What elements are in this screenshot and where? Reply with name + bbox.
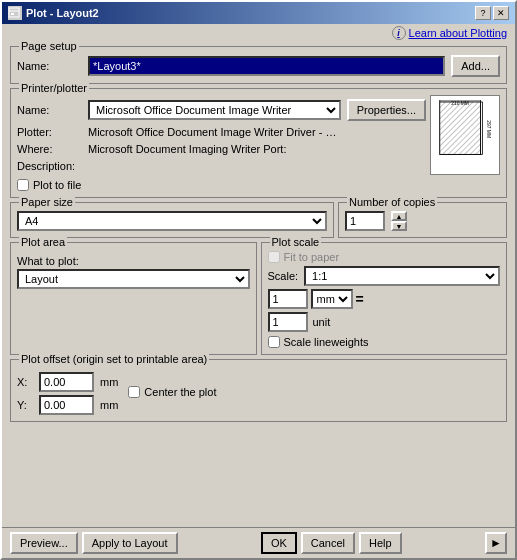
scale-label: Scale: <box>268 270 299 282</box>
scale-lineweights-row: Scale lineweights <box>268 336 501 348</box>
plot-scale-label: Plot scale <box>270 236 322 248</box>
paper-size-select[interactable]: A4 <box>17 211 327 231</box>
equals-sign: = <box>356 292 364 306</box>
help-title-button[interactable]: ? <box>475 6 491 20</box>
navigate-button[interactable]: ► <box>485 532 507 554</box>
ok-button[interactable]: OK <box>261 532 297 554</box>
plot-scale-group: Plot scale Fit to paper Scale: 1:1 mm <box>261 242 508 355</box>
svg-text:210 MM: 210 MM <box>451 101 469 106</box>
plot-to-file-label: Plot to file <box>33 179 81 191</box>
copies-down-button[interactable]: ▼ <box>391 221 407 231</box>
bottom-bar-center-right: OK Cancel Help <box>261 532 402 554</box>
where-value: Microsoft Document Imaging Writer Port: <box>88 143 286 155</box>
printer-properties-button[interactable]: Properties... <box>347 99 426 121</box>
scale-mm-unit-select[interactable]: mm <box>311 289 353 309</box>
copies-input[interactable] <box>345 211 385 231</box>
plot-to-file-checkbox[interactable] <box>17 179 29 191</box>
y-input[interactable] <box>39 395 94 415</box>
unit-label: unit <box>313 316 331 328</box>
where-label: Where: <box>17 143 82 155</box>
printer-label: Printer/plotter <box>19 82 89 94</box>
svg-rect-2 <box>11 13 14 15</box>
fit-to-paper-checkbox[interactable] <box>268 251 280 263</box>
center-plot-checkbox[interactable] <box>128 386 140 398</box>
fit-to-paper-row: Fit to paper <box>268 251 501 263</box>
svg-text:297 MM: 297 MM <box>486 120 491 138</box>
title-bar-buttons: ? ✕ <box>475 6 509 20</box>
y-unit-label: mm <box>100 399 118 411</box>
apply-to-layout-button[interactable]: Apply to Layout <box>82 532 178 554</box>
paper-copies-row: Paper size A4 Number of copies ▲ ▼ <box>10 202 507 238</box>
plot-to-file-row: Plot to file <box>17 179 426 191</box>
x-input[interactable] <box>39 372 94 392</box>
center-plot-row: Center the plot <box>128 386 216 398</box>
page-setup-name-input[interactable] <box>88 56 445 76</box>
what-to-plot-select[interactable]: Layout <box>17 269 250 289</box>
offset-xy-col: X: mm Y: mm <box>17 368 118 415</box>
bottom-bar: Preview... Apply to Layout OK Cancel Hel… <box>2 527 515 558</box>
close-title-button[interactable]: ✕ <box>493 6 509 20</box>
copies-row: ▲ ▼ <box>345 211 500 231</box>
plot-offset-group: Plot offset (origin set to printable are… <box>10 359 507 422</box>
scale-select[interactable]: 1:1 <box>304 266 500 286</box>
bottom-bar-left: Preview... Apply to Layout <box>10 532 178 554</box>
help-link-bar: i Learn about Plotting <box>2 24 515 42</box>
page-setup-add-button[interactable]: Add... <box>451 55 500 77</box>
plotter-value: Microsoft Office Document Image Writer D… <box>88 126 338 138</box>
x-unit-label: mm <box>100 376 118 388</box>
printer-name-row: Name: Microsoft Office Document Image Wr… <box>17 99 426 121</box>
printer-name-select[interactable]: Microsoft Office Document Image Writer <box>88 100 341 120</box>
scale-mm-row: mm = <box>268 289 501 309</box>
main-content: Page setup Name: Add... Printer/plotter … <box>2 42 515 527</box>
help-button[interactable]: Help <box>359 532 402 554</box>
paper-preview: 210 MM 297 MM <box>430 95 500 175</box>
preview-button[interactable]: Preview... <box>10 532 78 554</box>
what-to-plot-select-row: Layout <box>17 269 250 289</box>
paper-size-label: Paper size <box>19 196 75 208</box>
copies-up-button[interactable]: ▲ <box>391 211 407 221</box>
cancel-button[interactable]: Cancel <box>301 532 355 554</box>
main-window: Plot - Layout2 ? ✕ i Learn about Plottin… <box>0 0 517 560</box>
printer-info-col: Name: Microsoft Office Document Image Wr… <box>17 95 426 191</box>
description-label: Description: <box>17 160 82 172</box>
info-icon: i <box>392 26 406 40</box>
offset-y-row: Y: mm <box>17 395 118 415</box>
scale-lineweights-checkbox[interactable] <box>268 336 280 348</box>
scale-mm-input[interactable] <box>268 289 308 309</box>
x-label: X: <box>17 376 33 388</box>
copies-spinner: ▲ ▼ <box>391 211 407 231</box>
plot-offset-content: X: mm Y: mm Center the plot <box>17 368 500 415</box>
paper-size-select-row: A4 <box>17 211 327 231</box>
plot-offset-label: Plot offset (origin set to printable are… <box>19 353 209 365</box>
copies-label: Number of copies <box>347 196 437 208</box>
svg-rect-0 <box>9 8 19 17</box>
what-to-plot-label-row: What to plot: <box>17 255 250 267</box>
scale-unit-row: unit <box>268 312 501 332</box>
plot-area-group: Plot area What to plot: Layout <box>10 242 257 355</box>
learn-about-plotting-link[interactable]: i Learn about Plotting <box>392 26 507 40</box>
scale-unit-input[interactable] <box>268 312 308 332</box>
window-title: Plot - Layout2 <box>26 7 99 19</box>
center-plot-label: Center the plot <box>144 386 216 398</box>
page-setup-name-row: Name: Add... <box>17 55 500 77</box>
copies-group: Number of copies ▲ ▼ <box>338 202 507 238</box>
title-bar: Plot - Layout2 ? ✕ <box>2 2 515 24</box>
window-icon <box>8 6 22 20</box>
page-setup-name-label: Name: <box>17 60 82 72</box>
svg-rect-4 <box>440 102 481 155</box>
page-setup-label: Page setup <box>19 42 79 52</box>
page-setup-group: Page setup Name: Add... <box>10 46 507 84</box>
printer-group: Printer/plotter Name: Microsoft Office D… <box>10 88 507 198</box>
description-row: Description: <box>17 160 426 172</box>
plotter-row: Plotter: Microsoft Office Document Image… <box>17 126 426 138</box>
paper-size-group: Paper size A4 <box>10 202 334 238</box>
plotter-label: Plotter: <box>17 126 82 138</box>
title-bar-left: Plot - Layout2 <box>8 6 99 20</box>
help-link-text: Learn about Plotting <box>409 27 507 39</box>
where-row: Where: Microsoft Document Imaging Writer… <box>17 143 426 155</box>
fit-to-paper-label: Fit to paper <box>284 251 340 263</box>
plot-area-label: Plot area <box>19 236 67 248</box>
what-to-plot-label: What to plot: <box>17 255 79 267</box>
scale-row: Scale: 1:1 <box>268 266 501 286</box>
plot-area-scale-row: Plot area What to plot: Layout Plot scal… <box>10 242 507 355</box>
